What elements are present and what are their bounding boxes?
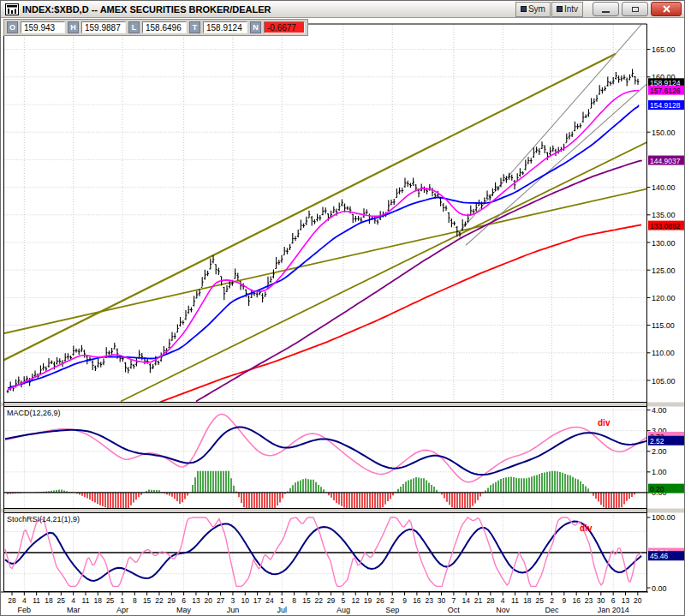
svg-text:150.00: 150.00 — [652, 129, 676, 137]
svg-text:30: 30 — [597, 596, 605, 605]
svg-text:4: 4 — [22, 596, 27, 605]
high-value: 159.9887 — [81, 21, 126, 33]
svg-text:2: 2 — [550, 596, 554, 605]
low-value: 158.6496 — [142, 21, 187, 33]
svg-text:13: 13 — [622, 596, 630, 605]
svg-text:Mar: Mar — [67, 606, 80, 614]
svg-text:29: 29 — [327, 596, 336, 605]
svg-text:30: 30 — [438, 596, 446, 605]
svg-text:133.0882: 133.0882 — [650, 222, 681, 230]
minimize-icon — [602, 11, 610, 13]
svg-text:2: 2 — [390, 596, 395, 605]
svg-text:9: 9 — [402, 596, 407, 605]
svg-text:21: 21 — [474, 596, 483, 605]
svg-text:14: 14 — [462, 596, 470, 605]
close-icon — [663, 5, 670, 13]
svg-text:20: 20 — [205, 596, 213, 605]
svg-text:0.20: 0.20 — [650, 485, 664, 493]
svg-text:11: 11 — [511, 596, 519, 605]
svg-text:12: 12 — [352, 596, 360, 605]
svg-text:165.00: 165.00 — [652, 45, 676, 54]
macd-pane-label: MACD(12,26,9) — [7, 409, 61, 417]
app-icon — [5, 3, 19, 15]
svg-text:Jun: Jun — [227, 606, 240, 614]
svg-text:130.00: 130.00 — [652, 239, 676, 248]
svg-text:11: 11 — [82, 596, 90, 605]
svg-text:Aug: Aug — [337, 606, 350, 614]
svg-text:28: 28 — [8, 596, 16, 605]
svg-text:23: 23 — [585, 596, 593, 605]
svg-text:120.00: 120.00 — [652, 294, 676, 302]
svg-text:25: 25 — [106, 596, 115, 605]
minimize-button[interactable] — [593, 2, 619, 16]
svg-text:17: 17 — [253, 596, 262, 605]
svg-text:8: 8 — [292, 596, 296, 605]
svg-text:115.00: 115.00 — [652, 321, 675, 330]
svg-text:16: 16 — [572, 596, 581, 605]
svg-text:8: 8 — [133, 596, 137, 605]
svg-text:26: 26 — [376, 596, 384, 605]
svg-text:27: 27 — [217, 596, 225, 605]
svg-text:45.46: 45.46 — [650, 552, 669, 560]
svg-text:2.52: 2.52 — [650, 437, 664, 446]
svg-text:19: 19 — [364, 596, 372, 605]
svg-text:Nov: Nov — [496, 606, 510, 614]
netchange-value: -0.6677 — [264, 21, 305, 33]
last-key: T — [189, 21, 200, 33]
svg-text:13: 13 — [192, 596, 200, 605]
svg-text:20: 20 — [634, 596, 642, 605]
svg-text:105.00: 105.00 — [652, 377, 676, 386]
svg-text:Oct: Oct — [448, 606, 461, 614]
stochrsi-divergence-annotation: div — [580, 523, 592, 533]
svg-text:4: 4 — [71, 596, 75, 605]
svg-text:10: 10 — [241, 596, 250, 605]
maximize-icon — [632, 7, 639, 12]
svg-text:125.00: 125.00 — [652, 266, 676, 275]
svg-text:1.00: 1.00 — [652, 468, 667, 476]
svg-text:157.6126: 157.6126 — [650, 87, 681, 95]
svg-text:18: 18 — [94, 596, 103, 605]
svg-text:6: 6 — [182, 596, 186, 605]
svg-text:5: 5 — [342, 596, 346, 605]
svg-text:3: 3 — [231, 596, 235, 605]
interval-button-icon — [557, 6, 563, 12]
svg-text:23: 23 — [425, 596, 433, 605]
svg-text:1: 1 — [121, 596, 125, 605]
open-value: 159.943 — [21, 21, 65, 33]
symbol-button[interactable]: Sym — [515, 2, 551, 17]
svg-text:0.00: 0.00 — [652, 584, 667, 593]
symbol-button-label: Sym — [528, 4, 545, 14]
svg-text:100.00: 100.00 — [652, 513, 676, 522]
svg-text:2.00: 2.00 — [652, 447, 667, 456]
svg-text:110.00: 110.00 — [652, 349, 675, 357]
title-bar: INDEX:$XBD,D -- AMEX SECURITIES BROKER/D… — [1, 1, 684, 18]
svg-text:15: 15 — [302, 596, 311, 605]
svg-text:25: 25 — [57, 596, 66, 605]
macd-divergence-annotation: div — [598, 418, 610, 428]
open-key: O — [7, 21, 18, 33]
svg-text:140.00: 140.00 — [652, 183, 676, 192]
maximize-button[interactable] — [622, 2, 648, 16]
low-key: L — [128, 21, 140, 33]
high-key: H — [68, 21, 79, 33]
symbol-button-icon — [521, 6, 527, 12]
svg-text:7: 7 — [452, 596, 456, 605]
interval-button[interactable]: Intv — [551, 2, 583, 17]
svg-text:22: 22 — [155, 596, 164, 605]
svg-text:24: 24 — [265, 596, 274, 605]
quote-toolbar: O 159.943 H 159.9887 L 158.6496 T 158.91… — [3, 19, 308, 36]
svg-text:Jan 2014: Jan 2014 — [598, 606, 629, 614]
svg-text:29: 29 — [168, 596, 176, 605]
close-button[interactable] — [651, 2, 682, 16]
svg-text:1: 1 — [280, 596, 284, 605]
stochrsi-pane-label: StochRSI(14,21(1),9) — [7, 515, 80, 523]
interval-button-label: Intv — [564, 4, 578, 14]
app-window: INDEX:$XBD,D -- AMEX SECURITIES BROKER/D… — [0, 0, 685, 616]
netchange-key: N — [250, 21, 261, 33]
svg-text:Apr: Apr — [116, 606, 128, 614]
svg-text:18: 18 — [523, 596, 532, 605]
svg-text:144.9037: 144.9037 — [650, 157, 681, 165]
svg-text:4.00: 4.00 — [652, 406, 667, 415]
svg-text:28: 28 — [486, 596, 495, 605]
svg-text:6: 6 — [611, 596, 616, 605]
